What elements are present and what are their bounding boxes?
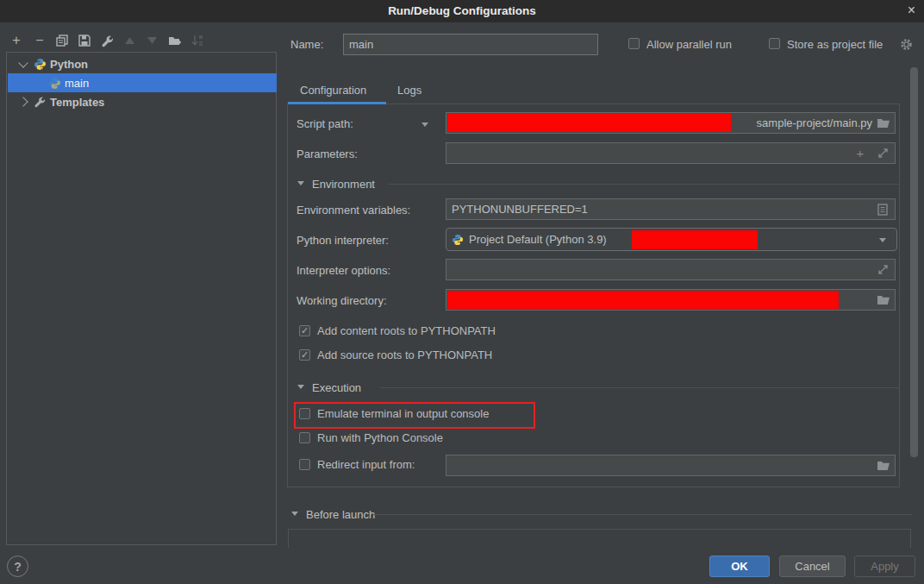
folder-icon [877,460,890,471]
help-button[interactable]: ? [7,556,28,577]
redaction-block [632,230,758,249]
redirect-input-browse-button[interactable] [876,459,891,472]
expand-icon [877,148,889,159]
tree-item-label: Python [50,58,88,71]
emulate-terminal-checkbox[interactable] [299,408,310,419]
ok-button[interactable]: OK [709,556,770,577]
python-interpreter-dropdown-button[interactable] [877,235,888,244]
save-configuration-button[interactable] [76,32,93,49]
folder-icon [877,117,890,129]
interpreter-options-input[interactable] [446,259,896,280]
create-folder-button[interactable] [166,32,184,49]
parameters-expand-button[interactable] [876,146,890,160]
edit-templates-button[interactable] [98,32,116,49]
add-content-roots-label: Add content roots to PYTHONPATH [317,324,496,337]
redaction-block [447,291,839,309]
check-icon: ✓ [301,349,309,360]
parameters-add-button[interactable]: + [853,145,867,160]
python-icon [452,234,464,246]
triangle-down-icon [879,238,886,242]
new-folder-icon [168,35,182,47]
apply-button[interactable]: Apply [854,556,915,577]
store-as-project-file-label: Store as project file [787,38,883,51]
help-icon: ? [14,560,22,574]
add-content-roots-checkbox[interactable]: ✓ [299,325,310,336]
add-configuration-button[interactable]: + [8,32,25,49]
add-source-roots-label: Add source roots to PYTHONPATH [317,349,492,361]
run-with-python-console-checkbox[interactable] [299,432,310,443]
sort-configurations-button[interactable] [189,32,206,49]
script-path-value: sample-project/main.py [757,116,872,129]
add-source-roots-checkbox[interactable]: ✓ [299,349,310,361]
vertical-scrollbar[interactable] [910,67,918,457]
run-debug-configurations-dialog: Run/Debug Configurations × + − [0,0,924,584]
name-label: Name: [290,38,323,51]
tab-logs[interactable]: Logs [397,84,421,97]
ok-button-label: OK [731,560,748,573]
redirect-input-field[interactable] [446,455,896,476]
script-path-options-button[interactable] [420,119,430,129]
arrow-up-icon [125,37,134,44]
environment-variables-label: Environment variables: [297,204,410,217]
title-bar: Run/Debug Configurations × [0,0,924,22]
wrench-icon [34,96,46,108]
parameters-label: Parameters: [297,148,358,160]
allow-parallel-run-label: Allow parallel run [646,38,732,51]
environment-variables-input[interactable]: PYTHONUNBUFFERED=1 [446,198,896,220]
list-icon [877,204,888,216]
before-launch-collapse-icon[interactable] [291,512,298,516]
section-divider [388,184,900,185]
redirect-input-checkbox[interactable] [299,459,310,470]
dialog-title: Run/Debug Configurations [0,0,924,22]
execution-collapse-icon[interactable] [297,385,304,389]
python-interpreter-value: Project Default (Python 3.9) [469,233,607,246]
name-input[interactable]: main [343,34,598,55]
environment-variables-value: PYTHONUNBUFFERED=1 [452,203,588,216]
script-path-browse-button[interactable] [876,116,891,129]
move-up-button[interactable] [121,32,138,49]
environment-collapse-icon[interactable] [297,181,304,185]
tree-item-main[interactable]: main [8,73,277,92]
copy-configuration-button[interactable] [53,32,71,49]
active-tab-underline [288,102,386,104]
sort-az-icon [191,35,204,47]
store-options-gear-button[interactable] [898,36,914,52]
execution-section-title: Execution [312,381,361,394]
before-launch-task-list[interactable] [288,529,911,548]
section-divider [372,514,912,515]
python-interpreter-label: Python interpreter: [297,234,389,247]
name-input-value: main [349,38,373,51]
redaction-block [447,114,731,132]
minus-icon: − [35,33,43,48]
store-as-project-file-checkbox[interactable] [769,38,780,49]
environment-variables-edit-button[interactable] [876,202,890,217]
tree-item-label: Templates [50,96,104,109]
apply-button-label: Apply [871,560,899,573]
emulate-terminal-label: Emulate terminal in output console [317,407,489,420]
chevron-right-icon[interactable] [18,97,28,106]
move-down-button[interactable] [143,32,160,49]
working-directory-label: Working directory: [297,294,387,307]
cancel-button[interactable]: Cancel [779,556,846,577]
check-icon: ✓ [301,325,309,336]
script-path-label: Script path: [297,117,353,130]
configurations-tree: Python main Templates [6,52,277,545]
wrench-icon [101,35,114,47]
working-directory-browse-button[interactable] [876,293,891,306]
section-divider [379,387,900,388]
plus-icon: + [857,146,865,160]
expand-icon [877,264,889,275]
save-icon [78,35,91,47]
plus-icon: + [12,33,20,48]
remove-configuration-button[interactable]: − [31,32,48,49]
tree-item-templates[interactable]: Templates [8,92,277,111]
chevron-down-icon[interactable] [18,58,28,67]
tree-item-python[interactable]: Python [8,54,277,73]
folder-icon [877,294,890,305]
tab-configuration[interactable]: Configuration [300,84,366,97]
tree-item-label: main [65,77,89,90]
close-icon[interactable]: × [908,0,915,22]
allow-parallel-run-checkbox[interactable] [628,38,640,49]
interpreter-options-expand-button[interactable] [876,262,890,276]
parameters-input[interactable] [446,142,896,164]
